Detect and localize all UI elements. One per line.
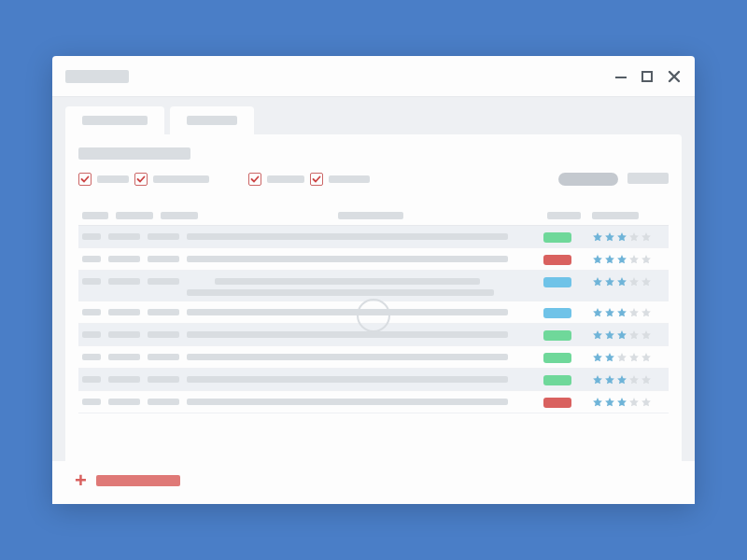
status-badge [543, 375, 571, 385]
rating-stars[interactable] [592, 276, 665, 287]
row-cell [82, 278, 101, 285]
tab-2[interactable] [170, 106, 254, 134]
primary-action-button[interactable] [558, 173, 618, 186]
row-description [187, 289, 494, 296]
rating-stars[interactable] [592, 374, 665, 385]
row-description [215, 278, 480, 285]
status-badge [543, 398, 571, 408]
row-cell [82, 331, 101, 338]
row-description [187, 309, 508, 315]
add-row-label [96, 475, 180, 486]
column-header[interactable] [592, 212, 639, 219]
rating-stars[interactable] [592, 254, 665, 265]
rating-stars[interactable] [592, 307, 665, 318]
filter-label-4 [329, 175, 370, 183]
row-cell [148, 278, 179, 285]
panel-title [78, 147, 190, 160]
row-cell [82, 233, 101, 240]
table-body [78, 226, 669, 461]
add-row-button[interactable]: + [52, 461, 695, 504]
filter-checkbox-4[interactable] [310, 173, 323, 186]
row-cell [108, 354, 140, 360]
rating-stars[interactable] [592, 329, 665, 341]
table-row[interactable] [78, 391, 669, 413]
secondary-action-button[interactable] [627, 173, 669, 184]
row-description [187, 354, 508, 360]
row-cell [82, 309, 101, 315]
table-row[interactable] [78, 369, 669, 391]
rating-stars[interactable] [592, 231, 665, 243]
filter-label-2 [153, 175, 209, 183]
row-cell [108, 399, 140, 405]
status-badge [543, 308, 571, 318]
rating-stars[interactable] [592, 397, 665, 408]
app-window: + [52, 56, 695, 504]
maximize-icon[interactable] [641, 70, 654, 83]
filter-label-3 [267, 175, 304, 183]
svg-rect-0 [615, 77, 627, 78]
tab-bar [65, 106, 682, 134]
row-cell [148, 256, 179, 262]
status-badge [543, 232, 571, 243]
row-description [187, 256, 508, 262]
row-description [187, 376, 508, 383]
status-badge [543, 277, 571, 287]
plus-icon: + [75, 470, 87, 491]
row-cell [82, 354, 101, 360]
row-description [187, 331, 508, 338]
row-cell [148, 233, 179, 240]
row-cell [148, 309, 179, 315]
column-header[interactable] [547, 212, 581, 219]
table-row[interactable] [78, 324, 669, 346]
row-cell [82, 376, 101, 383]
svg-rect-1 [642, 72, 652, 81]
window-title [65, 70, 129, 83]
tab-1[interactable] [65, 106, 164, 134]
row-cell [108, 233, 140, 240]
column-header[interactable] [161, 212, 198, 219]
panel-header [78, 147, 669, 186]
window-controls [614, 69, 682, 84]
content-area [52, 97, 695, 461]
row-cell [108, 376, 140, 383]
column-header[interactable] [82, 212, 108, 219]
rating-stars[interactable] [592, 352, 665, 363]
row-cell [108, 278, 140, 285]
row-cell [148, 331, 179, 338]
row-cell [82, 256, 101, 262]
filter-checkbox-2[interactable] [134, 173, 148, 186]
main-panel [65, 134, 682, 461]
row-description [187, 399, 508, 405]
table-header [78, 206, 669, 226]
table-row[interactable] [78, 346, 669, 369]
row-cell [82, 399, 101, 405]
column-header[interactable] [338, 212, 403, 219]
row-description [187, 233, 508, 240]
table-row[interactable] [78, 226, 669, 248]
filter-checkbox-3[interactable] [248, 173, 261, 186]
titlebar [52, 56, 695, 97]
row-cell [108, 256, 140, 262]
table-row[interactable] [78, 248, 669, 271]
filter-row [78, 173, 669, 186]
column-header[interactable] [116, 212, 153, 219]
minimize-icon[interactable] [614, 70, 627, 83]
row-cell [108, 331, 140, 338]
close-icon[interactable] [667, 69, 682, 84]
row-cell [148, 376, 179, 383]
filter-label-1 [97, 175, 129, 183]
filter-checkbox-1[interactable] [78, 173, 92, 186]
status-badge [543, 353, 571, 363]
row-cell [148, 399, 179, 405]
row-cell [108, 309, 140, 315]
data-table [78, 206, 669, 461]
table-row[interactable] [78, 271, 669, 301]
table-row[interactable] [78, 301, 669, 324]
status-badge [543, 255, 571, 265]
row-cell [148, 354, 179, 360]
status-badge [543, 330, 571, 341]
